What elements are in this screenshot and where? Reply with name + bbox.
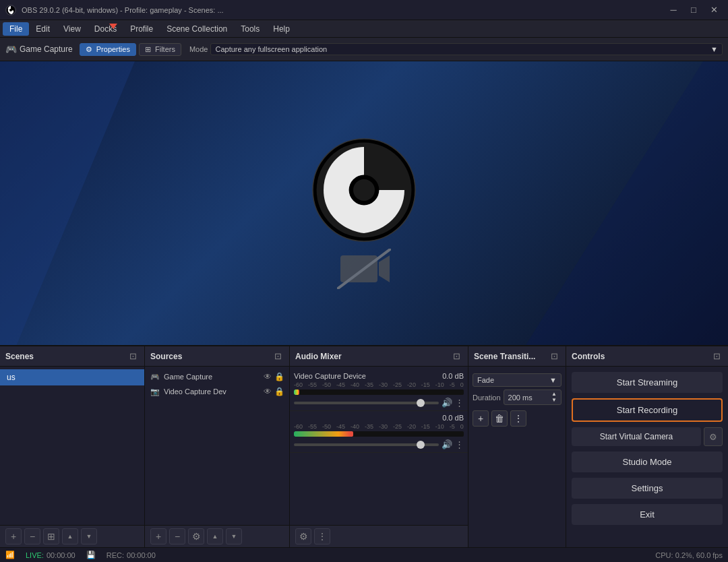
filter-scenes-button[interactable]: ⊞ — [43, 528, 59, 544]
menu-help[interactable]: Help — [266, 22, 297, 36]
source-properties-button[interactable]: ⚙ — [188, 528, 204, 544]
menu-file[interactable]: File — [3, 22, 29, 36]
transitions-detach-button[interactable]: ⊡ — [549, 350, 560, 362]
filters-button[interactable]: ⊞ Filters — [139, 43, 181, 56]
virtual-camera-row: Start Virtual Camera ⚙ — [572, 427, 723, 446]
move-source-down-button[interactable]: ▼ — [226, 528, 242, 544]
transitions-title: Scene Transiti... — [474, 352, 535, 361]
close-button[interactable]: ✕ — [705, 3, 723, 17]
move-source-up-button[interactable]: ▲ — [207, 528, 223, 544]
menu-edit[interactable]: Edit — [29, 22, 57, 36]
audio-mixer-title: Audio Mixer — [295, 352, 342, 361]
rec-time: 00:00:00 — [127, 551, 156, 559]
transition-buttons: + 🗑 ⋮ — [468, 408, 566, 429]
audio-track-1-menu-button[interactable]: ⋮ — [455, 398, 464, 408]
maximize-button[interactable]: □ — [685, 3, 702, 17]
remove-source-button[interactable]: − — [169, 528, 185, 544]
duration-down-arrow[interactable]: ▼ — [551, 398, 557, 403]
visibility-icon[interactable]: 👁 — [263, 372, 272, 381]
audio-track-1-volume-slider[interactable] — [294, 402, 439, 404]
virtual-camera-settings-button[interactable]: ⚙ — [704, 427, 723, 446]
gamepad-source-icon: 🎮 — [150, 373, 160, 381]
disk-icon: 💾 — [86, 551, 96, 559]
add-transition-button[interactable]: + — [473, 410, 489, 427]
audio-detach-button[interactable]: ⊡ — [451, 350, 462, 362]
obs-app-icon — [5, 5, 16, 15]
audio-mixer-panel: Audio Mixer ⊡ Video Capture Device 0.0 d… — [290, 346, 468, 547]
controls-header: Controls ⊡ — [566, 346, 728, 367]
svg-marker-8 — [379, 255, 390, 282]
menu-docks[interactable]: Docks — [88, 22, 123, 36]
obs-logo — [310, 136, 418, 244]
audio-track-1: Video Capture Device 0.0 dB -60-55-50-45… — [290, 369, 468, 411]
controls-title: Controls — [572, 352, 605, 361]
preview-area — [0, 61, 728, 345]
transition-type-dropdown[interactable]: Fade ▼ — [473, 373, 562, 387]
settings-button[interactable]: Settings — [572, 478, 723, 499]
menu-profile[interactable]: Profile — [123, 22, 160, 36]
exit-button[interactable]: Exit — [572, 504, 723, 525]
sources-panel-title: Sources — [150, 352, 182, 361]
camera-source-icon: 📷 — [150, 387, 160, 396]
svg-point-2 — [9, 9, 12, 11]
start-streaming-button[interactable]: Start Streaming — [572, 372, 723, 393]
lock-icon[interactable]: 🔒 — [274, 372, 284, 381]
menu-tools[interactable]: Tools — [234, 22, 266, 36]
audio-track-1-name: Video Capture Device — [294, 372, 366, 380]
remove-scene-button[interactable]: − — [24, 528, 40, 544]
controls-detach-button[interactable]: ⊡ — [711, 350, 723, 362]
visibility-icon-2[interactable]: 👁 — [263, 387, 272, 396]
audio-track-2-menu-button[interactable]: ⋮ — [455, 439, 464, 449]
source-item-video-capture[interactable]: 📷 Video Capture Dev 👁 🔒 — [145, 384, 289, 399]
audio-track-2-volume-slider[interactable] — [294, 443, 439, 446]
mode-value-dropdown[interactable]: Capture any fullscreen application ▼ — [210, 43, 723, 55]
sources-detach-button[interactable]: ⊡ — [272, 350, 284, 362]
titlebar: OBS 29.0.2 (64-bit, windows) - Profile: … — [0, 0, 728, 20]
live-label: LIVE: — [26, 551, 44, 559]
titlebar-title: OBS 29.0.2 (64-bit, windows) - Profile: … — [22, 6, 224, 14]
menu-view[interactable]: View — [57, 22, 88, 36]
duration-value-input[interactable]: 200 ms ▲ ▼ — [504, 389, 562, 405]
menu-scene-collection[interactable]: Scene Collection — [160, 22, 234, 36]
audio-track-1-mute-button[interactable]: 🔊 — [442, 398, 452, 408]
add-scene-button[interactable]: + — [5, 528, 22, 544]
sources-panel: Sources ⊡ 🎮 Game Capture 👁 🔒 📷 Video Cap… — [145, 346, 290, 547]
remove-transition-button[interactable]: 🗑 — [491, 410, 508, 427]
scenes-footer: + − ⊞ ▲ ▼ — [0, 525, 144, 547]
audio-track-2: 0.0 dB -60-55-50-45-40-35-30-25-20-15-10… — [290, 411, 468, 453]
start-virtual-camera-button[interactable]: Start Virtual Camera — [572, 427, 701, 446]
chevron-down-icon-transitions: ▼ — [549, 376, 557, 384]
sources-footer: + − ⚙ ▲ ▼ — [145, 525, 289, 547]
audio-tracks: Video Capture Device 0.0 dB -60-55-50-45… — [290, 367, 468, 525]
audio-settings-button[interactable]: ⚙ — [295, 528, 311, 544]
start-recording-button[interactable]: Start Recording — [572, 398, 723, 422]
transition-menu-button[interactable]: ⋮ — [510, 410, 526, 427]
scenes-panel: Scenes ⊡ us + − ⊞ ▲ ▼ — [0, 346, 145, 547]
scenes-detach-button[interactable]: ⊡ — [127, 350, 139, 362]
minimize-button[interactable]: ─ — [665, 3, 682, 17]
add-source-button[interactable]: + — [150, 528, 166, 544]
statusbar: 📶 LIVE: 00:00:00 💾 REC: 00:00:00 CPU: 0.… — [0, 547, 728, 562]
transitions-content: Fade ▼ Duration 200 ms ▲ ▼ + 🗑 ⋮ — [468, 367, 566, 547]
lock-icon-2[interactable]: 🔒 — [274, 387, 284, 396]
move-scene-down-button[interactable]: ▼ — [81, 528, 97, 544]
toolbar-source-name: Game Capture — [20, 44, 73, 54]
audio-track-2-mute-button[interactable]: 🔊 — [442, 439, 452, 449]
move-scene-up-button[interactable]: ▲ — [62, 528, 78, 544]
audio-mixer-header: Audio Mixer ⊡ — [290, 346, 468, 367]
audio-track-1-controls: 🔊 ⋮ — [294, 398, 464, 408]
svg-point-6 — [353, 179, 375, 201]
audio-menu-button[interactable]: ⋮ — [314, 528, 330, 544]
scene-item-us[interactable]: us — [0, 369, 144, 385]
source-item-game-capture[interactable]: 🎮 Game Capture 👁 🔒 — [145, 369, 289, 384]
properties-button[interactable]: ⚙ Properties — [80, 43, 136, 56]
scenes-panel-header: Scenes ⊡ — [0, 346, 144, 367]
red-arrow-indicator — [109, 24, 117, 29]
bottom-panel: Scenes ⊡ us + − ⊞ ▲ ▼ Sources ⊡ � — [0, 345, 728, 547]
duration-up-arrow[interactable]: ▲ — [551, 392, 557, 397]
gear-icon: ⚙ — [86, 45, 92, 53]
studio-mode-button[interactable]: Studio Mode — [572, 451, 723, 472]
bg-triangle-left — [0, 61, 135, 345]
audio-track-1-db: 0.0 dB — [442, 372, 464, 380]
audio-track-1-scale: -60-55-50-45-40-35-30-25-20-15-10-50 — [294, 381, 464, 389]
